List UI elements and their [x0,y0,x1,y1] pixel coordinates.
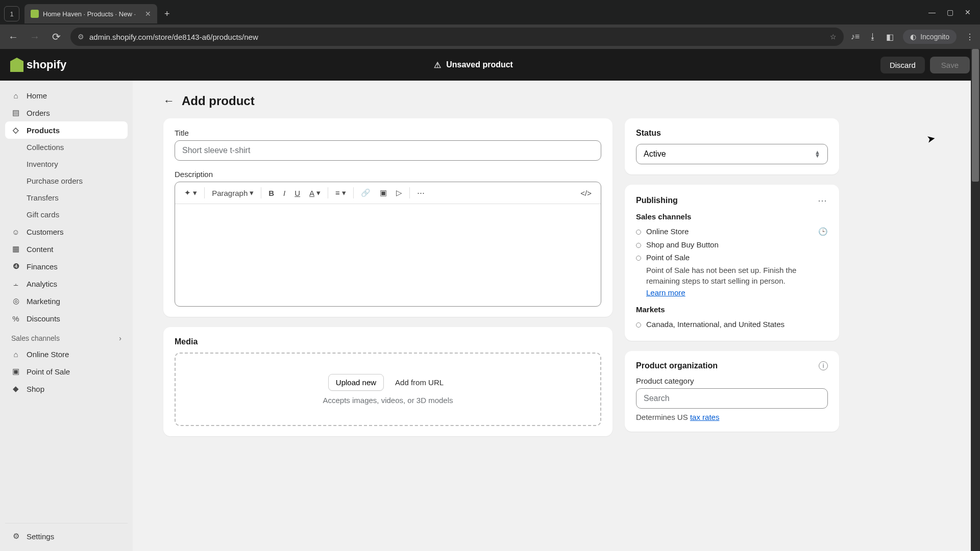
tax-rates-link[interactable]: tax rates [690,413,720,421]
add-from-url-button[interactable]: Add from URL [391,374,448,391]
title-input[interactable] [175,140,601,161]
browser-tab[interactable]: Home Haven · Products · New · ✕ [24,4,157,23]
address-bar[interactable]: ⚙ admin.shopify.com/store/de8143-a6/prod… [70,28,844,46]
nav-transfers[interactable]: Transfers [5,189,128,206]
nav-purchase-orders[interactable]: Purchase orders [5,172,128,189]
nav-shop[interactable]: ◆Shop [5,380,128,397]
tax-note: Determines US tax rates [636,413,828,421]
nav-collections[interactable]: Collections [5,139,128,156]
maximize-icon[interactable]: ▢ [947,8,953,16]
nav-online-store[interactable]: ⌂Online Store [5,345,128,363]
site-settings-icon[interactable]: ⚙ [78,33,84,41]
status-value: Active [644,149,666,159]
bold-button[interactable]: B [264,186,278,201]
media-dropzone[interactable]: Upload new Add from URL Accepts images, … [175,353,601,426]
pos-note: Point of Sale has not been set up. Finis… [636,265,828,286]
markets-heading: Markets [636,305,828,314]
store-icon: ⌂ [11,349,20,359]
new-tab-button[interactable]: + [159,7,175,21]
link-button[interactable]: 🔗 [357,185,375,201]
gear-icon: ⚙ [11,532,20,541]
save-button[interactable]: Save [930,57,970,73]
tab-search-button[interactable]: 1 [4,6,19,21]
channel-shop-buy: Shop and Buy Button [636,238,828,251]
publishing-card: Publishing ⋯ Sales channels Online Store… [625,185,839,341]
image-button[interactable]: ▣ [376,185,391,201]
nav-section-channels: Sales channels› [5,327,128,345]
align-button[interactable]: ≡ ▾ [331,185,350,201]
scrollbar-track[interactable] [971,49,980,551]
discard-button[interactable]: Discard [880,57,925,73]
select-arrows-icon: ▲▼ [815,151,820,158]
incognito-badge[interactable]: ◐ Incognito [903,30,957,44]
media-card: Media Upload new Add from URL Accepts im… [163,327,612,436]
shopify-wordmark: shopify [27,58,66,71]
back-arrow-button[interactable]: ← [163,94,175,108]
html-view-button[interactable]: </> [576,186,596,201]
media-heading: Media [175,337,601,346]
shopify-logo[interactable]: shopify [10,58,66,72]
products-icon: ◇ [11,126,20,135]
page-title: Add product [182,94,255,108]
tab-count: 1 [10,10,13,18]
schedule-icon[interactable]: 🕒 [818,227,828,236]
nav-customers[interactable]: ☺Customers [5,223,128,240]
nav-orders[interactable]: ▤Orders [5,104,128,121]
status-select[interactable]: Active ▲▼ [636,144,828,164]
close-window-icon[interactable]: ✕ [965,8,971,16]
underline-button[interactable]: U [290,186,304,201]
info-icon[interactable]: i [819,361,828,370]
downloads-icon[interactable]: ⭳ [869,32,877,41]
description-textarea[interactable] [175,204,601,306]
nav-content[interactable]: ▦Content [5,240,128,258]
nav-discounts[interactable]: %Discounts [5,310,128,327]
nav-products[interactable]: ◇Products [5,121,128,139]
finances-icon: ❹ [11,262,20,271]
tab-title: Home Haven · Products · New · [43,10,136,18]
analytics-icon: ⫠ [11,279,20,288]
chevron-right-icon[interactable]: › [119,334,121,342]
learn-more-link[interactable]: Learn more [646,288,685,297]
nav-home[interactable]: ⌂Home [5,87,128,104]
warning-icon: ⚠ [434,60,441,70]
scrollbar-thumb[interactable] [972,49,979,182]
nav-analytics[interactable]: ⫠Analytics [5,275,128,292]
minimize-icon[interactable]: — [928,8,936,16]
nav-inventory[interactable]: Inventory [5,156,128,172]
status-dot-icon [636,243,641,248]
nav-marketing[interactable]: ◎Marketing [5,292,128,310]
category-search-input[interactable] [636,388,828,409]
bookmark-star-icon[interactable]: ☆ [830,33,837,41]
marketing-icon: ◎ [11,296,20,306]
sidebar: ⌂Home ▤Orders ◇Products Collections Inve… [0,81,133,551]
title-description-card: Title Description ✦ ▾ Paragraph ▾ B [163,118,612,317]
orders-icon: ▤ [11,108,20,117]
forward-button[interactable]: → [28,31,42,43]
nav-gift-cards[interactable]: Gift cards [5,206,128,223]
status-dot-icon [636,256,641,261]
text-color-button[interactable]: A ▾ [305,185,325,201]
status-dot-icon [636,322,641,328]
nav-pos[interactable]: ▣Point of Sale [5,363,128,380]
nav-settings[interactable]: ⚙Settings [5,528,128,545]
publishing-menu-button[interactable]: ⋯ [818,195,828,206]
reload-button[interactable]: ⟳ [49,31,63,43]
content-icon: ▦ [11,244,20,254]
chrome-menu-icon[interactable]: ⋮ [966,32,974,42]
channel-online-store: Online Store 🕒 [636,225,828,238]
close-tab-icon[interactable]: ✕ [145,10,151,18]
italic-button[interactable]: I [279,186,289,201]
ai-generate-button[interactable]: ✦ ▾ [180,185,201,201]
nav-finances[interactable]: ❹Finances [5,258,128,275]
title-label: Title [175,129,601,137]
back-button[interactable]: ← [6,31,20,43]
upload-new-button[interactable]: Upload new [328,374,384,391]
side-panel-icon[interactable]: ◧ [886,32,894,42]
more-formatting-button[interactable]: ⋯ [413,185,429,201]
video-button[interactable]: ▷ [392,185,406,201]
paragraph-style-select[interactable]: Paragraph ▾ [208,185,258,201]
description-label: Description [175,170,601,179]
shopify-favicon [31,10,39,18]
incognito-label: Incognito [920,33,949,41]
media-control-icon[interactable]: ♪≡ [851,32,860,41]
